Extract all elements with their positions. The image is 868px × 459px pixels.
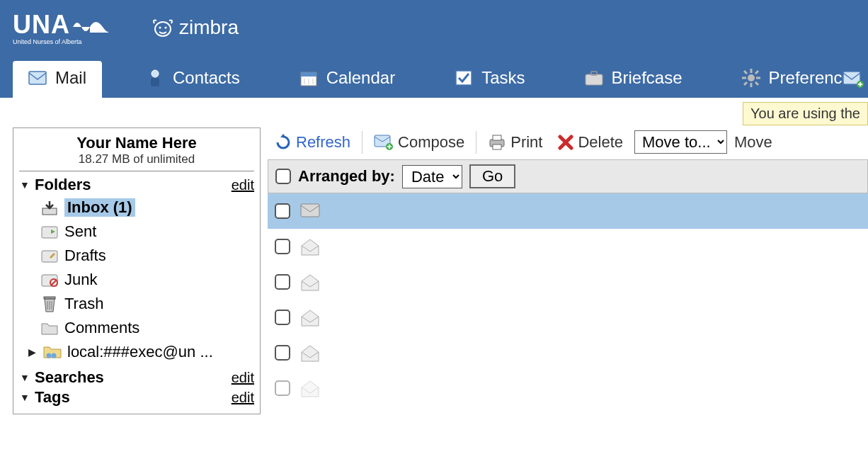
message-row[interactable] [268,264,868,300]
inbox-icon [40,199,59,216]
go-button[interactable]: Go [469,164,515,188]
svg-point-1 [159,26,161,28]
zimbra-logo: zimbra [151,16,239,39]
tab-tasks[interactable]: Tasks [439,61,540,98]
message-row[interactable] [268,193,868,229]
tab-briefcase-label: Briefcase [612,68,683,88]
una-logo: UNA United Nurses of Alberta [13,10,108,45]
svg-rect-41 [493,144,501,149]
envelope-closed-icon [300,203,320,219]
svg-rect-11 [456,71,472,85]
svg-rect-42 [301,204,319,217]
tasks-icon [455,69,473,87]
folder-comments[interactable]: Comments [19,316,254,340]
user-name: Your Name Here [19,134,254,152]
shared-expand-icon[interactable]: ▶ [26,346,38,358]
tags-collapse-icon[interactable]: ▼ [19,392,30,403]
tab-briefcase[interactable]: Briefcase [569,61,698,98]
message-row[interactable] [268,370,868,406]
message-checkbox[interactable] [275,274,290,290]
envelope-open-icon [300,274,320,290]
envelope-open-icon [300,310,320,325]
folder-junk-label: Junk [64,271,97,289]
folder-sent[interactable]: Sent [19,220,254,244]
svg-rect-3 [29,72,46,84]
svg-point-2 [164,26,166,28]
message-checkbox[interactable] [275,345,290,361]
searches-edit-link[interactable]: edit [232,370,254,386]
move-to-select[interactable]: Move to... [634,130,727,154]
folder-drafts-label: Drafts [64,246,106,265]
message-checkbox[interactable] [275,239,290,254]
folder-trash-label: Trash [64,295,103,313]
shared-folder-icon [43,344,62,361]
folder-junk[interactable]: Junk [19,268,254,292]
svg-point-4 [152,70,159,77]
tab-contacts[interactable]: Contacts [130,61,256,98]
envelope-open-icon [300,239,320,254]
tab-mail-label: Mail [55,68,86,88]
folders-edit-link[interactable]: edit [232,177,254,193]
folder-inbox[interactable]: Inbox (1) [19,196,254,220]
list-header: Arranged by: Date Go [268,159,868,193]
tab-calendar[interactable]: Calendar [284,61,411,98]
svg-line-20 [755,82,758,85]
svg-line-21 [755,71,758,74]
move-action-label[interactable]: Move [734,133,772,152]
message-row[interactable] [268,229,868,264]
svg-rect-12 [586,74,603,85]
tags-heading: Tags [35,388,70,407]
svg-point-14 [748,74,755,81]
folder-shared[interactable]: ▶ local:###exec@un ... [19,340,254,364]
tab-mail[interactable]: Mail [13,61,102,98]
zimbra-icon [151,17,175,38]
row-highlight [769,193,868,229]
tab-contacts-label: Contacts [173,68,240,88]
compose-shortcut-icon[interactable] [843,71,864,88]
sent-icon [40,223,59,240]
sort-select[interactable]: Date [402,165,462,188]
folder-shared-label: local:###exec@un ... [67,343,213,361]
message-checkbox[interactable] [275,310,290,325]
una-logo-subtext: United Nurses of Alberta [13,38,108,45]
svg-point-0 [155,22,171,36]
folder-trash[interactable]: Trash [19,292,254,316]
gear-icon [742,69,760,87]
message-checkbox[interactable] [275,203,290,219]
toolbar-separator [362,131,362,154]
svg-line-19 [744,71,747,74]
trash-icon [40,295,59,312]
svg-rect-31 [44,297,55,299]
drafts-icon [40,247,59,264]
message-row[interactable] [268,300,868,335]
svg-rect-7 [301,72,316,76]
searches-heading: Searches [35,368,104,387]
tab-calendar-label: Calendar [326,68,395,88]
svg-point-36 [52,353,57,358]
tags-edit-link[interactable]: edit [232,390,254,406]
envelope-open-icon [300,345,320,361]
briefcase-icon [585,69,603,87]
print-button[interactable]: Print [484,133,547,152]
folders-heading: Folders [35,176,91,194]
mail-icon [28,69,47,87]
toolbar: Refresh Compose Print Delete [268,128,868,159]
compose-button[interactable]: Compose [370,133,469,152]
arranged-by-label: Arranged by: [298,167,395,186]
message-row[interactable] [268,335,868,370]
una-logo-wave-icon [73,17,108,33]
searches-collapse-icon[interactable]: ▼ [19,372,30,383]
folders-collapse-icon[interactable]: ▼ [19,179,30,191]
svg-rect-5 [151,78,159,86]
folder-drafts[interactable]: Drafts [19,244,254,268]
delete-label: Delete [578,133,623,152]
svg-rect-13 [591,72,597,75]
refresh-button[interactable]: Refresh [270,133,355,152]
select-all-checkbox[interactable] [275,169,291,184]
delete-icon [558,135,573,150]
compose-icon [374,135,394,150]
delete-button[interactable]: Delete [554,133,627,152]
message-checkbox[interactable] [275,380,290,396]
print-label: Print [510,133,542,152]
svg-line-22 [744,82,747,85]
